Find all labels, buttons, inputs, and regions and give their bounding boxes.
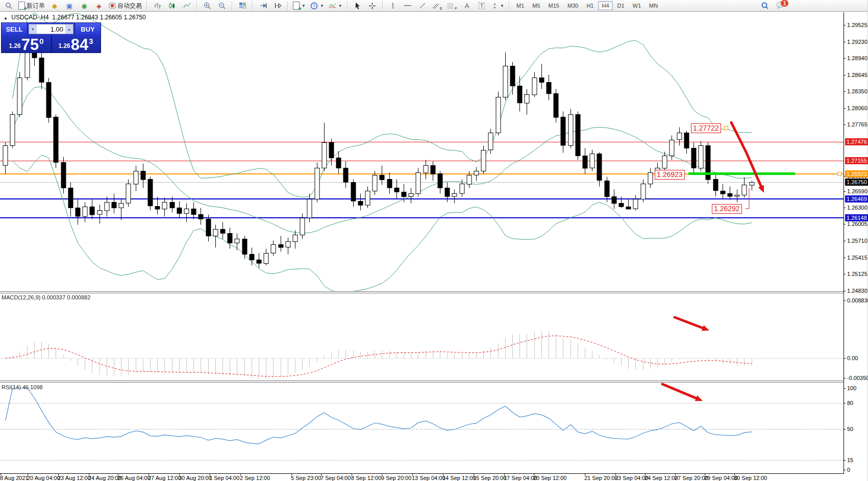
timeframe-m1[interactable]: M1 <box>513 1 528 10</box>
text-tool[interactable]: A <box>460 0 474 11</box>
time-axis-label: 30 Aug 20:00 <box>179 475 212 481</box>
price-axis-tick-label: 1.26590 <box>847 188 867 194</box>
timeframe-m15[interactable]: M15 <box>545 1 563 10</box>
strategy-tester-icon[interactable]: ◈ <box>92 0 106 11</box>
metaeditor-icon[interactable]: ◆ <box>47 0 62 11</box>
tile-windows-icon[interactable] <box>235 0 250 11</box>
time-axis-label: 24 Sep 12:00 <box>644 475 678 481</box>
time-axis-label: 17 Sep 04:00 <box>504 475 537 481</box>
notifications-icon[interactable]: 1 <box>776 1 787 10</box>
rsi-axis-tickmark <box>844 470 846 470</box>
time-axis-tickmark <box>504 474 505 475</box>
annotation-pivot-price-label[interactable]: 1.26923 <box>655 170 685 180</box>
sell-button[interactable]: SELL <box>2 23 28 35</box>
time-axis-label: 13 Sep 04:00 <box>412 475 445 481</box>
price-axis-tick-label: 1.25710 <box>847 238 867 244</box>
price-axis-tick-label: 1.28350 <box>847 88 867 94</box>
price-axis-tickmark <box>844 258 846 258</box>
timeframe-h1[interactable]: H1 <box>583 1 597 10</box>
equidistant-channel-tool[interactable]: E <box>430 0 444 11</box>
time-axis-tickmark <box>240 474 241 475</box>
timeframe-group: M1M5M15M30H1H4D1W1MN <box>512 1 662 10</box>
autotrading-label: 自动交易 <box>117 2 142 10</box>
autotrading-button[interactable]: 自动交易 <box>107 0 144 11</box>
text-label-tool[interactable]: T <box>475 0 489 11</box>
volume-increase-button[interactable]: ▲ <box>65 24 73 34</box>
price-axis-tick-label: 1.29525 <box>847 22 867 28</box>
new-chart-dropdown[interactable]: + ▼ <box>291 0 308 11</box>
timeframe-mn[interactable]: MN <box>646 1 661 10</box>
time-axis-label: 7 Sep 04:00 <box>320 475 351 481</box>
new-order-label: 新订单 <box>27 2 45 10</box>
rsi-panel-separator[interactable] <box>0 381 844 383</box>
market-watch-icon[interactable]: ◉ <box>77 0 91 11</box>
selection-anchor-square[interactable] <box>724 126 728 130</box>
horizontal-line-tool[interactable] <box>401 0 415 11</box>
macd-panel-separator[interactable] <box>0 291 844 293</box>
buy-price-display[interactable]: 1.26 84 3 <box>51 35 101 53</box>
time-axis-tickmark <box>291 474 292 475</box>
search-icon[interactable] <box>758 0 772 11</box>
selection-anchor-square[interactable] <box>837 172 841 176</box>
buy-button[interactable]: BUY <box>75 23 101 35</box>
chart-shift-icon[interactable] <box>270 0 285 11</box>
time-axis-tickmark <box>412 474 413 475</box>
sell-price-display[interactable]: 1.26 75 0 <box>2 35 51 53</box>
channel-letter: E <box>440 6 442 11</box>
price-axis-tickmark <box>844 91 846 92</box>
timeframe-m5[interactable]: M5 <box>529 1 543 10</box>
price-axis-tick-label: 1.28060 <box>847 105 867 111</box>
volume-input[interactable]: 1.00 <box>37 24 65 34</box>
rsi-panel-canvas[interactable] <box>0 383 844 473</box>
candlestick-chart-canvas[interactable] <box>0 12 844 292</box>
start-icon[interactable] <box>2 0 16 11</box>
crosshair-tool[interactable] <box>365 0 380 11</box>
price-axis-tickmark <box>844 291 846 291</box>
zoom-in-icon[interactable] <box>200 0 214 11</box>
rsi-axis-label: 100 <box>847 385 856 391</box>
time-axis-tickmark <box>89 474 89 475</box>
timeframe-m30[interactable]: M30 <box>564 1 582 10</box>
time-axis-tickmark <box>734 474 735 475</box>
time-axis-label: 8 Sep 12:00 <box>351 475 381 481</box>
price-axis-tickmark <box>844 108 846 109</box>
collapse-arrow-icon[interactable]: ▲ <box>4 16 8 20</box>
green-trend-segment[interactable] <box>688 172 795 175</box>
time-axis-tickmark <box>28 474 28 475</box>
symbol-ohlc-values: 1.26677 1.26843 1.26605 1.26750 <box>52 14 146 21</box>
candlestick-chart-icon[interactable] <box>165 0 179 11</box>
time-axis-label: 9 Sep 20:00 <box>381 475 411 481</box>
price-axis-tick-label: 1.26005 <box>847 221 867 227</box>
timeframe-h4[interactable]: H4 <box>598 1 612 10</box>
new-order-button[interactable]: + 新订单 <box>16 0 47 11</box>
line-chart-icon[interactable] <box>180 0 194 11</box>
price-axis-tick-label: 1.28940 <box>847 55 867 61</box>
time-axis-tickmark <box>534 474 534 475</box>
macd-panel-canvas[interactable] <box>0 293 844 381</box>
timeframe-d1[interactable]: D1 <box>614 1 628 10</box>
time-axis-tickmark <box>675 474 676 475</box>
price-axis-tickmark <box>844 241 846 241</box>
annotation-high-price-label[interactable]: 1.27722 <box>691 123 721 133</box>
chart-profiles-clock-icon[interactable]: ▼ <box>308 0 326 11</box>
timeframe-w1[interactable]: W1 <box>629 1 645 10</box>
trendline-tool[interactable] <box>415 0 430 11</box>
arrows-tool-dropdown[interactable]: ▼ <box>489 0 506 11</box>
auto-scroll-icon[interactable] <box>256 0 270 11</box>
time-axis-tickmark <box>179 474 180 475</box>
indicators-list-dropdown[interactable]: ▼ <box>327 0 344 11</box>
price-axis-tickmark <box>844 191 846 192</box>
fibonacci-tool[interactable]: F <box>445 0 459 11</box>
rsi-axis-label: 15 <box>847 457 853 463</box>
macd-indicator-label: MACD(12,26,9) 0.000337 0.000882 <box>2 294 90 300</box>
zoom-out-icon[interactable] <box>215 0 229 11</box>
terminal-icon[interactable]: ▣ <box>62 0 77 11</box>
volume-decrease-button[interactable]: ▼ <box>29 24 37 34</box>
vertical-line-tool[interactable] <box>386 0 400 11</box>
annotation-low-price-label[interactable]: 1.26292 <box>712 204 742 214</box>
bar-chart-icon[interactable] <box>150 0 164 11</box>
price-axis-tickmark <box>844 58 846 59</box>
price-axis-tick-label: 1.24830 <box>847 288 867 294</box>
text-tool-letter: A <box>465 2 469 10</box>
cursor-tool[interactable] <box>351 0 365 11</box>
